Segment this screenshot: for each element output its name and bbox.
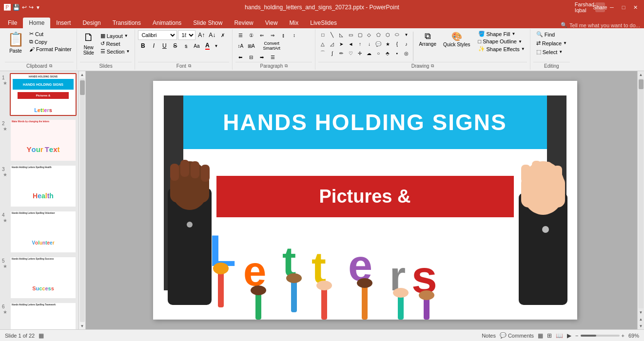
align-left-button[interactable]: ⬅	[235, 52, 245, 62]
tab-review[interactable]: Review	[228, 18, 259, 28]
tab-animations[interactable]: Animations	[147, 18, 187, 28]
shape-tri[interactable]: △	[318, 39, 327, 48]
canvas-area[interactable]: HANDS HOLDING SIGNS	[86, 71, 644, 329]
tab-view[interactable]: View	[259, 18, 284, 28]
shape-cube[interactable]: ▪	[392, 49, 401, 57]
shape-rect2[interactable]: ▭	[346, 30, 355, 39]
bold-button[interactable]: B	[138, 41, 148, 51]
font-color-dropdown[interactable]: ▼	[213, 41, 219, 51]
shape-arc[interactable]: ⌒	[318, 49, 327, 57]
slide-img-2[interactable]: Make Words by changing the letters Your …	[10, 119, 77, 162]
tell-me-box[interactable]: Tell me what you want to do...	[569, 22, 640, 28]
decrease-font-button[interactable]: A↓	[207, 30, 217, 40]
canvas-scroll-down[interactable]: ▼	[638, 309, 644, 316]
increase-font-button[interactable]: A↑	[196, 30, 206, 40]
slide-scroll-down[interactable]: ▼	[79, 322, 86, 329]
slide-thumb-4[interactable]: 4 ★ Hands Holding Letters Spelling Volun…	[2, 210, 77, 253]
view-normal-icon[interactable]: ▦	[538, 332, 543, 339]
slide-scroll-up[interactable]: ▲	[79, 71, 86, 78]
align-center-button[interactable]: ⊟	[246, 52, 256, 62]
copy-button[interactable]: ⧉ Copy	[27, 38, 74, 45]
shape-more[interactable]: ▼	[402, 30, 410, 39]
shape-rtriangle[interactable]: ◺	[337, 30, 346, 39]
paste-button[interactable]: 📋 Paste	[5, 30, 26, 55]
shape-rtri2[interactable]: ◿	[328, 39, 336, 48]
italic-button[interactable]: I	[149, 41, 158, 51]
bullets-button[interactable]: ☰	[235, 30, 245, 40]
canvas-scroll-up[interactable]: ▲	[638, 71, 644, 78]
slide-img-5[interactable]: Hands Holding Letters Spelling Success S…	[10, 256, 77, 299]
shape-heart[interactable]: ♡	[346, 49, 355, 57]
zoom-percent[interactable]: 69%	[628, 333, 639, 339]
shape-outline-button[interactable]: □ Shape Outline ▼	[476, 38, 527, 45]
comments-button[interactable]: 💬 Comments	[500, 332, 534, 339]
shape-star[interactable]: ★	[383, 39, 392, 48]
tab-mix[interactable]: Mix	[284, 18, 305, 28]
canvas-scrollbar-right[interactable]: ▲ ▼ ▲ ▼	[637, 71, 644, 329]
tab-liveslides[interactable]: LiveSlides	[304, 18, 343, 28]
shape-curve[interactable]: ∫	[328, 49, 336, 57]
shape-fill-button[interactable]: 🪣 Shape Fill ▼	[476, 30, 527, 38]
format-painter-button[interactable]: 🖌 Format Painter	[27, 46, 74, 53]
shape-snip[interactable]: ⬘	[383, 49, 392, 57]
slide-img-3[interactable]: Hands Holding Letters Spelling Health He…	[10, 165, 77, 208]
shape-arrow-d[interactable]: ↓	[365, 39, 373, 48]
minimize-button[interactable]: ─	[607, 2, 617, 12]
drawing-expand-icon[interactable]: ⧉	[431, 63, 434, 69]
shape-arrow-r[interactable]: ➤	[337, 39, 346, 48]
cut-button[interactable]: ✂ Cut	[27, 30, 74, 38]
slide-panel-scrollbar[interactable]: ▲ ▼	[78, 71, 85, 329]
columns-button[interactable]: ⫿	[278, 30, 288, 40]
tab-home[interactable]: Home	[23, 18, 50, 28]
slide-scroll-track[interactable]	[80, 78, 85, 322]
share-button[interactable]: Share	[595, 2, 605, 12]
shadow-button[interactable]: s	[181, 41, 191, 51]
shape-freeform[interactable]: ✏	[337, 49, 346, 57]
arrange-button[interactable]: ⧉ Arrange	[416, 30, 439, 48]
view-slideshow-icon[interactable]: ▶	[567, 332, 571, 339]
slide-thumb-6[interactable]: 6 ★ Hands Holding Letters Spelling Teamw…	[2, 302, 77, 329]
shape-arrow-u[interactable]: ↑	[355, 39, 364, 48]
convert-smartart-button[interactable]: Convert SmartArt	[257, 41, 286, 51]
align-text-button[interactable]: ⊞A	[246, 41, 256, 51]
shape-cylinder[interactable]: ⬭	[392, 30, 401, 39]
slide-thumb-1[interactable]: 1 ★ HANDS HOLDING SIGNS HANDS HOLDING SI…	[2, 73, 77, 116]
canvas-scroll-btn1[interactable]: ▲	[638, 316, 644, 322]
slide-img-6[interactable]: Hands Holding Letters Spelling Teamwork …	[10, 302, 77, 329]
slide-thumb-3[interactable]: 3 ★ Hands Holding Letters Spelling Healt…	[2, 165, 77, 208]
replace-button[interactable]: ⇄ Replace ▼	[533, 39, 570, 47]
decrease-indent-button[interactable]: ⇐	[257, 30, 267, 40]
close-button[interactable]: ✕	[630, 2, 640, 12]
find-button[interactable]: 🔍 Find	[533, 30, 570, 38]
shape-music[interactable]: ♪	[402, 39, 410, 48]
clear-format-button[interactable]: ✗	[218, 30, 228, 40]
reset-button[interactable]: ↺ Reset	[98, 40, 132, 47]
shape-cloud[interactable]: ☁	[365, 49, 373, 57]
numbering-button[interactable]: ①	[246, 30, 256, 40]
quick-styles-button[interactable]: 🎨 Quick Styles	[440, 30, 473, 48]
zoom-slider[interactable]	[581, 335, 620, 337]
layout-button[interactable]: ▦ Layout ▼	[98, 32, 132, 39]
shape-donut[interactable]: ◎	[402, 49, 410, 57]
font-size-select[interactable]: 18	[178, 30, 195, 40]
slide-scroll-thumb[interactable]	[80, 80, 85, 95]
font-color-button[interactable]: A	[202, 41, 212, 51]
tab-file[interactable]: File	[2, 18, 23, 28]
shape-bracket[interactable]: {	[392, 39, 401, 48]
redo-icon[interactable]: ↪	[29, 4, 34, 11]
paragraph-expand-icon[interactable]: ⧉	[285, 63, 288, 69]
canvas-scroll-thumb[interactable]	[639, 79, 644, 89]
slide-thumb-5[interactable]: 5 ★ Hands Holding Letters Spelling Succe…	[2, 256, 77, 299]
strikethrough-button[interactable]: S	[170, 41, 180, 51]
shape-line[interactable]: ╲	[328, 30, 336, 39]
clipboard-expand-icon[interactable]: ⧉	[49, 63, 52, 69]
line-spacing-button[interactable]: ↕	[289, 30, 299, 40]
text-direction-button[interactable]: ↕A	[235, 41, 245, 51]
underline-button[interactable]: U	[159, 41, 169, 51]
view-slide-sorter-icon[interactable]: ⊞	[547, 332, 552, 339]
canvas-scroll-btn2[interactable]: ▼	[638, 322, 644, 329]
view-reading-icon[interactable]: 📖	[556, 332, 563, 339]
case-button[interactable]: Aa	[192, 41, 201, 51]
tab-design[interactable]: Design	[77, 18, 106, 28]
font-expand-icon[interactable]: ⧉	[188, 63, 191, 69]
